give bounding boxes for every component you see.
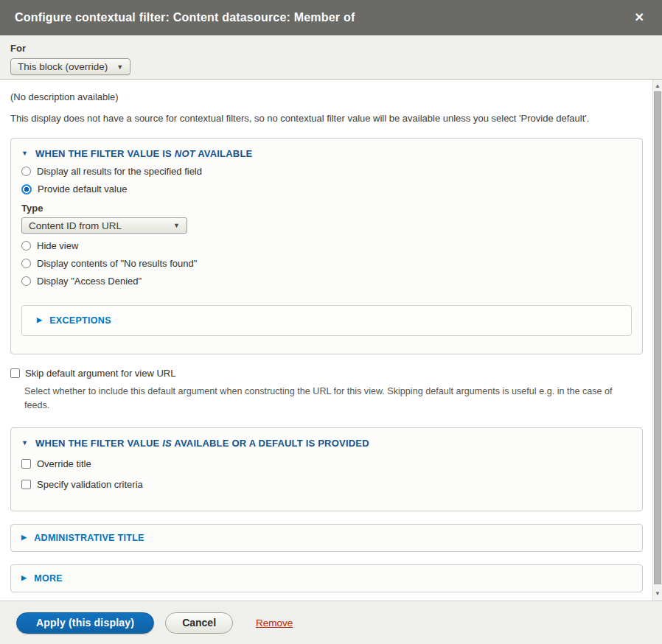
legend-text: WHEN THE FILTER VALUE IS NOT AVAILABLE bbox=[35, 148, 252, 159]
apply-button[interactable]: Apply (this display) bbox=[16, 612, 154, 634]
radio-input-access-denied[interactable] bbox=[21, 276, 31, 286]
fieldset-administrative-title[interactable]: ▶ ADMINISTRATIVE TITLE bbox=[10, 524, 643, 552]
fieldset-more-toggle[interactable]: ▶ MORE bbox=[21, 573, 63, 584]
caret-right-icon: ▶ bbox=[37, 316, 42, 323]
override-title-option: Override title bbox=[21, 458, 632, 469]
radio-label[interactable]: Display contents of "No results found" bbox=[37, 258, 197, 269]
radio-option-access-denied: Display "Access Denied" bbox=[21, 276, 632, 287]
radio-option-no-results: Display contents of "No results found" bbox=[21, 258, 632, 269]
radio-input-no-results[interactable] bbox=[21, 259, 31, 268]
radio-label[interactable]: Provide default value bbox=[38, 183, 127, 195]
close-icon[interactable]: ✕ bbox=[632, 10, 647, 25]
legend-text: MORE bbox=[34, 573, 63, 584]
skip-default-label[interactable]: Skip default argument for view URL bbox=[25, 368, 175, 379]
scrollbar-track[interactable]: ▲ ▼ bbox=[652, 80, 662, 601]
help-text: This display does not have a source for … bbox=[10, 111, 643, 126]
legend-text: EXCEPTIONS bbox=[49, 315, 111, 326]
type-label: Type bbox=[21, 203, 632, 214]
dialog-footer: Apply (this display) Cancel Remove bbox=[0, 601, 662, 644]
cancel-button[interactable]: Cancel bbox=[165, 612, 233, 634]
caret-down-icon: ▼ bbox=[21, 150, 28, 157]
radio-option-display-all: Display all results for the specified fi… bbox=[21, 166, 632, 177]
scroll-up-button[interactable]: ▲ bbox=[653, 80, 662, 91]
radio-input-provide-default[interactable] bbox=[21, 184, 32, 195]
skip-default-description: Select whether to include this default a… bbox=[24, 385, 630, 413]
specify-validation-checkbox[interactable] bbox=[21, 480, 31, 489]
override-title-checkbox[interactable] bbox=[21, 459, 31, 469]
dialog-body: (No description available) This display … bbox=[0, 80, 662, 601]
skip-default-checkbox[interactable] bbox=[10, 368, 20, 378]
fieldset-exceptions-toggle[interactable]: ▶ EXCEPTIONS bbox=[37, 315, 111, 326]
radio-option-provide-default: Provide default value bbox=[21, 183, 632, 195]
for-section: For This block (override) ▼ bbox=[0, 35, 662, 80]
checkbox-label[interactable]: Override title bbox=[37, 458, 91, 469]
caret-down-icon: ▼ bbox=[21, 439, 28, 447]
fieldset-more[interactable]: ▶ MORE bbox=[10, 564, 643, 592]
fieldset-exceptions[interactable]: ▶ EXCEPTIONS bbox=[21, 305, 632, 336]
type-select-value: Content ID from URL bbox=[29, 220, 122, 231]
skip-default-option: Skip default argument for view URL bbox=[10, 368, 643, 379]
radio-input-hide-view[interactable] bbox=[21, 241, 31, 251]
specify-validation-option: Specify validation criteria bbox=[21, 479, 632, 490]
no-description-text: (No description available) bbox=[10, 90, 643, 105]
for-label: For bbox=[10, 43, 652, 54]
legend-text: WHEN THE FILTER VALUE IS AVAILABLE OR A … bbox=[35, 438, 369, 449]
dialog-title: Configure contextual filter: Content dat… bbox=[15, 11, 355, 24]
dialog-titlebar: Configure contextual filter: Content dat… bbox=[0, 0, 662, 35]
type-select[interactable]: Content ID from URL ▼ bbox=[21, 217, 187, 234]
radio-label[interactable]: Hide view bbox=[37, 240, 78, 251]
chevron-down-icon: ▼ bbox=[173, 222, 180, 229]
fieldset-not-available-toggle[interactable]: ▼ WHEN THE FILTER VALUE IS NOT AVAILABLE bbox=[21, 148, 632, 159]
legend-text: ADMINISTRATIVE TITLE bbox=[34, 533, 144, 543]
chevron-down-icon: ▼ bbox=[116, 63, 123, 71]
radio-label[interactable]: Display "Access Denied" bbox=[37, 276, 142, 287]
checkbox-label[interactable]: Specify validation criteria bbox=[37, 479, 143, 490]
fieldset-filter-not-available: ▼ WHEN THE FILTER VALUE IS NOT AVAILABLE… bbox=[10, 138, 643, 354]
contextual-filter-dialog: Configure contextual filter: Content dat… bbox=[0, 0, 662, 644]
fieldset-administrative-title-toggle[interactable]: ▶ ADMINISTRATIVE TITLE bbox=[21, 533, 144, 543]
fieldset-filter-available: ▼ WHEN THE FILTER VALUE IS AVAILABLE OR … bbox=[10, 427, 643, 511]
radio-label[interactable]: Display all results for the specified fi… bbox=[37, 166, 202, 177]
scroll-thumb[interactable] bbox=[654, 91, 661, 584]
radio-option-hide-view: Hide view bbox=[21, 240, 632, 251]
caret-right-icon: ▶ bbox=[21, 574, 27, 581]
scroll-down-button[interactable]: ▼ bbox=[653, 587, 662, 599]
fieldset-available-toggle[interactable]: ▼ WHEN THE FILTER VALUE IS AVAILABLE OR … bbox=[21, 438, 632, 449]
display-select-value: This block (override) bbox=[18, 61, 108, 72]
caret-right-icon: ▶ bbox=[21, 533, 27, 541]
display-select[interactable]: This block (override) ▼ bbox=[10, 58, 130, 75]
radio-input-display-all[interactable] bbox=[21, 167, 31, 176]
remove-link[interactable]: Remove bbox=[256, 617, 293, 629]
